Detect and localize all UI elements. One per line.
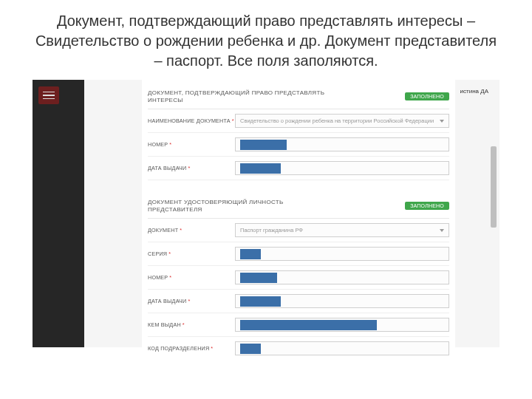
section-heading: ДОКУМЕНТ, ПОДТВЕРЖДАЮЩИЙ ПРАВО ПРЕДСТАВЛ… <box>148 89 332 103</box>
label-number-1: НОМЕР* <box>148 141 235 148</box>
input-issue-date-2[interactable] <box>235 294 449 308</box>
input-issue-date-1[interactable] <box>235 161 449 175</box>
input-issued-by[interactable] <box>235 318 449 332</box>
redacted-value <box>240 249 261 259</box>
row-issued-by: КЕМ ВЫДАН* <box>148 313 449 337</box>
redacted-value <box>240 273 277 283</box>
label-issued-by: КЕМ ВЫДАН* <box>148 321 235 328</box>
label-doc-type: ДОКУМЕНТ* <box>148 227 235 233</box>
status-badge: ЗАПОЛНЕНО <box>405 92 449 100</box>
left-grey-region <box>84 80 142 347</box>
input-number-1[interactable] <box>235 137 449 151</box>
label-number-2: НОМЕР* <box>148 274 235 281</box>
row-doc-type: ДОКУМЕНТ* Паспорт гражданина РФ <box>148 219 449 242</box>
input-div-code[interactable] <box>235 341 449 355</box>
row-doc-name: НАИМЕНОВАНИЕ ДОКУМЕНТА* Свидетельство о … <box>148 109 449 133</box>
slide-title: Документ, подтверждающий право представл… <box>0 0 532 80</box>
screenshot-region: истина ДА ДОКУМЕНТ, ПОДТВЕРЖДАЮЩИЙ ПРАВО… <box>33 80 499 347</box>
form-panel: ДОКУМЕНТ, ПОДТВЕРЖДАЮЩИЙ ПРАВО ПРЕДСТАВЛ… <box>142 80 455 347</box>
select-placeholder: Свидетельство о рождении ребенка на терр… <box>240 117 434 124</box>
label-div-code: КОД ПОДРАЗДЕЛЕНИЯ* <box>148 345 235 352</box>
hamburger-menu-button[interactable] <box>38 86 59 104</box>
row-number-2: НОМЕР* <box>148 266 449 290</box>
row-issue-date-1: ДАТА ВЫДАЧИ* <box>148 157 449 180</box>
input-series[interactable] <box>235 247 449 261</box>
redacted-value <box>240 344 261 354</box>
row-series: СЕРИЯ* <box>148 242 449 266</box>
section-heading-2: ДОКУМЕНТ УДОСТОВЕРЯЮЩИЙ ЛИЧНОСТЬ ПРЕДСТА… <box>148 199 332 213</box>
scrollbar-thumb[interactable] <box>491 146 497 228</box>
label-doc-name: НАИМЕНОВАНИЕ ДОКУМЕНТА* <box>148 117 235 124</box>
user-name: истина ДА <box>460 88 488 95</box>
section-identity-doc: ДОКУМЕНТ УДОСТОВЕРЯЮЩИЙ ЛИЧНОСТЬ ПРЕДСТА… <box>148 194 449 219</box>
select-doc-type[interactable]: Паспорт гражданина РФ <box>235 223 449 237</box>
select-placeholder-2: Паспорт гражданина РФ <box>240 227 303 233</box>
label-issue-date-1: ДАТА ВЫДАЧИ* <box>148 165 235 171</box>
row-issue-date-2: ДАТА ВЫДАЧИ* <box>148 290 449 313</box>
row-div-code: КОД ПОДРАЗДЕЛЕНИЯ* <box>148 337 449 360</box>
redacted-value <box>240 296 281 307</box>
input-number-2[interactable] <box>235 270 449 284</box>
redacted-value <box>240 163 281 174</box>
label-issue-date-2: ДАТА ВЫДАЧИ* <box>148 298 235 304</box>
select-doc-name[interactable]: Свидетельство о рождении ребенка на терр… <box>235 114 449 128</box>
status-badge-2: ЗАПОЛНЕНО <box>405 202 449 210</box>
redacted-value <box>240 320 377 330</box>
row-number-1: НОМЕР* <box>148 133 449 157</box>
section-representation-doc: ДОКУМЕНТ, ПОДТВЕРЖДАЮЩИЙ ПРАВО ПРЕДСТАВЛ… <box>148 84 449 109</box>
right-grey-region <box>455 80 499 347</box>
label-series: СЕРИЯ* <box>148 250 235 257</box>
redacted-value <box>240 140 287 150</box>
dark-app-bg <box>33 80 84 347</box>
